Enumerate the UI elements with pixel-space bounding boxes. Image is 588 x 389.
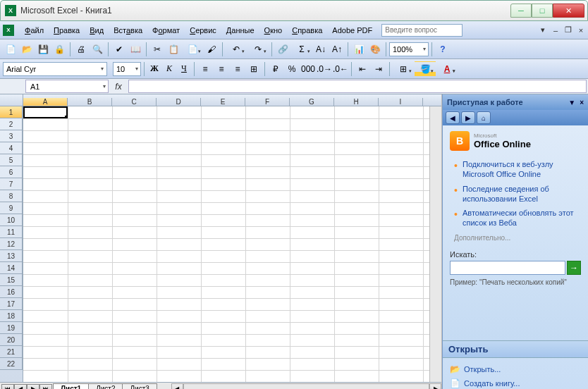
decrease-decimal-icon[interactable]: .0← bbox=[333, 61, 348, 77]
col-header-C[interactable]: C bbox=[112, 98, 157, 106]
row-header-19[interactable]: 19 bbox=[0, 322, 23, 334]
menu-правка[interactable]: Правка bbox=[49, 24, 85, 37]
font-color-icon[interactable]: A bbox=[436, 61, 458, 77]
undo-icon[interactable]: ↶ bbox=[226, 42, 247, 57]
cell-grid[interactable] bbox=[23, 106, 429, 382]
align-right-icon[interactable]: ≡ bbox=[230, 61, 245, 77]
col-header-B[interactable]: B bbox=[68, 98, 112, 106]
doc-restore-button[interactable]: ❐ bbox=[564, 26, 572, 35]
task-pane-dropdown-icon[interactable]: ▼ bbox=[568, 99, 575, 106]
autosum-icon[interactable]: Σ bbox=[291, 42, 312, 57]
format-painter-icon[interactable]: 🖌 bbox=[204, 42, 219, 57]
task-pane-forward-icon[interactable]: ▶ bbox=[461, 111, 475, 124]
maximize-button[interactable]: □ bbox=[532, 4, 553, 18]
sort-desc-icon[interactable]: A↑ bbox=[329, 42, 345, 57]
menu-вид[interactable]: Вид bbox=[85, 24, 109, 37]
row-header-3[interactable]: 3 bbox=[0, 130, 23, 142]
row-header-17[interactable]: 17 bbox=[0, 298, 23, 310]
research-icon[interactable]: 📖 bbox=[128, 42, 143, 57]
row-header-1[interactable]: 1 bbox=[0, 106, 23, 118]
col-header-I[interactable]: I bbox=[379, 98, 423, 106]
row-header-5[interactable]: 5 bbox=[0, 154, 23, 166]
sheet-tab-1[interactable]: Лист1 bbox=[53, 383, 89, 390]
row-header-7[interactable]: 7 bbox=[0, 178, 23, 190]
fill-color-icon[interactable]: 🪣 bbox=[415, 61, 436, 77]
open-file-icon[interactable]: 📂 bbox=[19, 42, 35, 57]
bold-button[interactable]: Ж bbox=[147, 62, 161, 76]
increase-indent-icon[interactable]: ⇥ bbox=[371, 61, 386, 77]
menu-сервис[interactable]: Сервис bbox=[185, 24, 221, 37]
col-header-G[interactable]: G bbox=[290, 98, 334, 106]
row-header-9[interactable]: 9 bbox=[0, 202, 23, 214]
task-pane-more-link[interactable]: Дополнительно... bbox=[454, 234, 581, 242]
help-icon[interactable]: ? bbox=[435, 42, 451, 57]
col-header-H[interactable]: H bbox=[334, 98, 379, 106]
decrease-indent-icon[interactable]: ⇤ bbox=[355, 61, 370, 77]
row-header-13[interactable]: 13 bbox=[0, 250, 23, 262]
menu-файл[interactable]: Файл bbox=[20, 24, 49, 37]
print-icon[interactable]: 🖨 bbox=[73, 42, 89, 57]
hyperlink-icon[interactable]: 🔗 bbox=[275, 42, 290, 57]
menu-окно[interactable]: Окно bbox=[259, 24, 288, 37]
align-center-icon[interactable]: ≡ bbox=[214, 61, 229, 77]
task-pane-back-icon[interactable]: ◀ bbox=[446, 111, 460, 124]
col-header-F[interactable]: F bbox=[245, 98, 290, 106]
italic-button[interactable]: К bbox=[162, 62, 176, 76]
font-size-select[interactable]: 10 bbox=[113, 62, 141, 76]
customize-dropdown-icon[interactable]: ▾ bbox=[539, 26, 547, 35]
print-preview-icon[interactable]: 🔍 bbox=[90, 42, 105, 57]
menu-вставка[interactable]: Вставка bbox=[109, 24, 147, 37]
vertical-scrollbar[interactable] bbox=[429, 106, 441, 382]
cut-icon[interactable]: ✂ bbox=[149, 42, 165, 57]
sort-asc-icon[interactable]: A↓ bbox=[313, 42, 329, 57]
row-header-10[interactable]: 10 bbox=[0, 214, 23, 226]
font-name-select[interactable]: Arial Cyr bbox=[3, 62, 107, 76]
task-pane-search-input[interactable] bbox=[450, 261, 565, 275]
redo-icon[interactable]: ↷ bbox=[247, 42, 269, 57]
col-header-E[interactable]: E bbox=[201, 98, 245, 106]
formula-bar-input[interactable] bbox=[128, 80, 587, 93]
row-header-4[interactable]: 4 bbox=[0, 142, 23, 154]
increase-decimal-icon[interactable]: .0→ bbox=[317, 61, 332, 77]
menu-справка[interactable]: Справка bbox=[287, 24, 327, 37]
task-pane-link-2[interactable]: Автоматически обновлять этот список из В… bbox=[463, 208, 581, 228]
permissions-icon[interactable]: 🔒 bbox=[51, 42, 67, 57]
horizontal-scrollbar[interactable]: ◀▶ bbox=[171, 383, 441, 390]
align-left-icon[interactable]: ≡ bbox=[197, 61, 213, 77]
comma-style-icon[interactable]: 000 bbox=[300, 61, 316, 77]
task-pane-close-icon[interactable]: × bbox=[580, 99, 584, 106]
row-header-2[interactable]: 2 bbox=[0, 118, 23, 130]
close-button[interactable]: ✕ bbox=[553, 4, 584, 18]
underline-button[interactable]: Ч bbox=[177, 62, 191, 76]
menu-данные[interactable]: Данные bbox=[221, 24, 259, 37]
doc-minimize-button[interactable]: – bbox=[551, 26, 560, 35]
new-workbook-link[interactable]: 📄Создать книгу... bbox=[450, 376, 581, 389]
select-all-corner[interactable] bbox=[0, 94, 23, 106]
col-header-D[interactable]: D bbox=[157, 98, 201, 106]
currency-icon[interactable]: ₽ bbox=[268, 61, 283, 77]
row-header-18[interactable]: 18 bbox=[0, 310, 23, 322]
task-pane-home-icon[interactable]: ⌂ bbox=[477, 111, 491, 124]
row-header-15[interactable]: 15 bbox=[0, 274, 23, 286]
task-pane-search-go-button[interactable]: → bbox=[567, 261, 581, 275]
tab-nav-prev[interactable]: ◀ bbox=[14, 384, 27, 390]
help-search-input[interactable] bbox=[381, 24, 463, 37]
merge-center-icon[interactable]: ⊞ bbox=[246, 61, 262, 77]
chart-wizard-icon[interactable]: 📊 bbox=[351, 42, 367, 57]
row-header-8[interactable]: 8 bbox=[0, 190, 23, 202]
sheet-tab-2[interactable]: Лист2 bbox=[88, 383, 123, 390]
row-header-12[interactable]: 12 bbox=[0, 238, 23, 250]
excel-doc-icon[interactable]: X bbox=[3, 25, 14, 36]
row-header-20[interactable]: 20 bbox=[0, 334, 23, 346]
tab-nav-last[interactable]: ⏭ bbox=[39, 384, 52, 390]
row-header-14[interactable]: 14 bbox=[0, 262, 23, 274]
paste-icon[interactable]: 📄 bbox=[182, 42, 203, 57]
zoom-select[interactable]: 100% bbox=[389, 42, 429, 56]
task-pane-link-0[interactable]: Подключиться к веб-узлу Microsoft Office… bbox=[463, 159, 581, 180]
col-header-A[interactable]: A bbox=[23, 98, 68, 106]
row-header-11[interactable]: 11 bbox=[0, 226, 23, 238]
open-file-link[interactable]: 📂Открыть... bbox=[450, 362, 581, 376]
menu-adobe pdf[interactable]: Adobe PDF bbox=[327, 24, 377, 37]
task-pane-link-1[interactable]: Последние сведения об использовании Exce… bbox=[463, 184, 581, 204]
row-header-6[interactable]: 6 bbox=[0, 166, 23, 178]
